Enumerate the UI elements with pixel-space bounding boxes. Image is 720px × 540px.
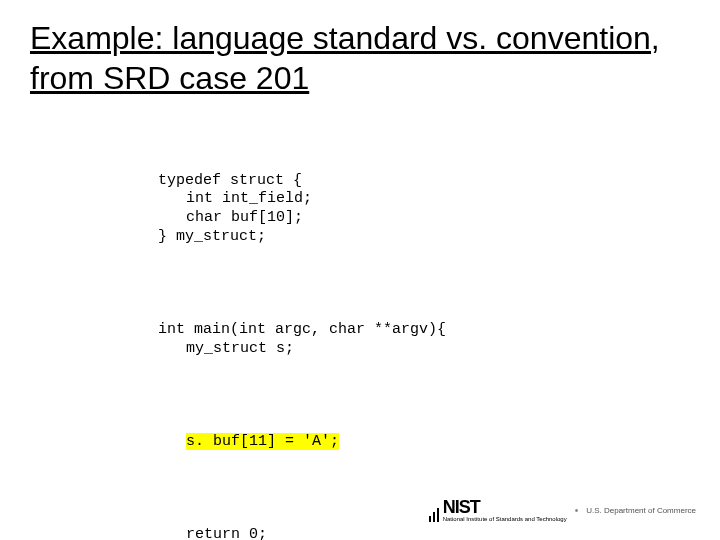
footer: NIST National Institute of Standards and… [0,492,720,528]
code-block: typedef struct { int int_field; char buf… [158,134,690,540]
code-line: char buf[10]; [158,209,303,228]
code-highlighted: s. buf[11] = 'A'; [186,433,339,450]
logo-mark-icon [429,508,439,522]
code-struct: typedef struct { int int_field; char buf… [158,172,690,247]
code-line: int int_field; [158,190,312,209]
logo-bar-icon [433,512,435,522]
nist-logo: NIST National Institute of Standards and… [429,498,567,522]
code-line: int main(int argc, char **argv){ [158,321,446,338]
footer-separator: • [575,505,579,516]
code-line: typedef struct { [158,172,302,189]
logo-bar-icon [429,516,431,522]
code-highlight-line: s. buf[11] = 'A'; [158,433,690,452]
footer-dept-text: U.S. Department of Commerce [586,506,696,515]
logo-bar-icon [437,508,439,522]
logo-sub-text: National Institute of Standards and Tech… [443,516,567,522]
logo-text: NIST National Institute of Standards and… [443,498,567,522]
slide: Example: language standard vs. conventio… [0,0,720,540]
logo-main-text: NIST [443,498,567,516]
code-line: } my_struct; [158,228,266,245]
code-line: my_struct s; [158,340,294,359]
code-main-decl: int main(int argc, char **argv){ my_stru… [158,321,690,359]
slide-title: Example: language standard vs. conventio… [30,18,690,98]
